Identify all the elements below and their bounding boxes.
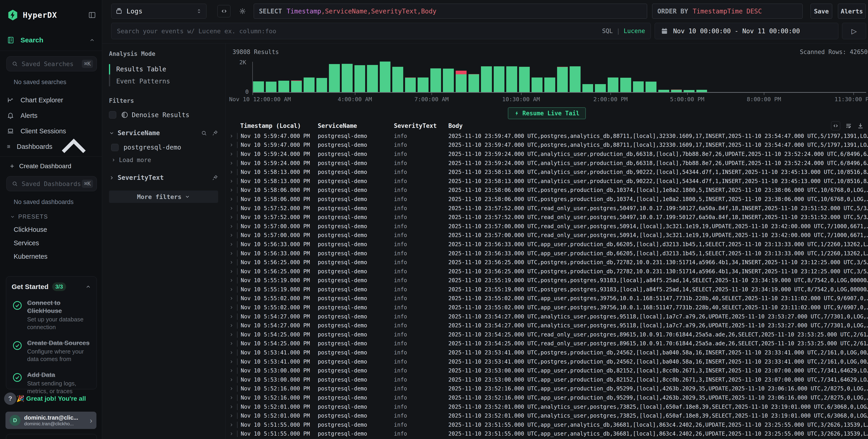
filter-group-servicename[interactable]: ServiceName	[109, 129, 218, 137]
alerts-button[interactable]: Alerts	[838, 4, 866, 19]
histogram-bar[interactable]	[557, 67, 568, 92]
histogram-bar[interactable]	[532, 77, 542, 92]
table-row[interactable]: Nov 10 5:52:01.000 PMpostgresql-demoinfo…	[226, 402, 868, 411]
table-row[interactable]: Nov 10 5:56:25.000 PMpostgresql-demoinfo…	[226, 267, 868, 276]
row-expand-chevron[interactable]	[226, 323, 237, 327]
histogram-bar[interactable]	[582, 84, 593, 92]
date-range-picker[interactable]: Nov 10 00:00:00 - Nov 11 00:00:00	[655, 23, 838, 39]
row-expand-chevron[interactable]	[226, 423, 237, 427]
resume-live-tail-button[interactable]: Resume Live Tail	[508, 107, 586, 119]
saved-dashboards-input[interactable]: Saved Dashboards ⌘K	[6, 176, 97, 191]
row-expand-chevron[interactable]	[226, 278, 237, 282]
histogram-bar[interactable]	[253, 82, 264, 92]
table-row[interactable]: Nov 10 5:57:00.000 PMpostgresql-demoinfo…	[226, 222, 868, 231]
table-row[interactable]: Nov 10 5:55:19.000 PMpostgresql-demoinfo…	[226, 276, 868, 285]
table-row[interactable]: Nov 10 5:55:19.000 PMpostgresql-demoinfo…	[226, 285, 868, 294]
table-row[interactable]: Nov 10 5:58:06.000 PMpostgresql-demoinfo…	[226, 195, 868, 204]
histogram-bar[interactable]	[392, 67, 403, 92]
mode-results-table[interactable]: Results Table	[110, 63, 218, 75]
histogram-bar[interactable]	[468, 74, 479, 92]
table-row[interactable]: Nov 10 5:58:06.000 PMpostgresql-demoinfo…	[226, 186, 868, 195]
table-row[interactable]: Nov 10 5:53:41.000 PMpostgresql-demoinfo…	[226, 348, 868, 357]
table-row[interactable]: Nov 10 5:59:24.000 PMpostgresql-demoinfo…	[226, 150, 868, 159]
pin-icon[interactable]	[212, 175, 218, 181]
table-row[interactable]: Nov 10 5:59:47.000 PMpostgresql-demoinfo…	[226, 131, 868, 140]
histogram-bar[interactable]	[671, 90, 682, 92]
row-expand-chevron[interactable]	[226, 260, 237, 264]
histogram-bar[interactable]	[544, 77, 555, 92]
row-expand-chevron[interactable]	[226, 197, 237, 201]
histogram-bar[interactable]	[481, 66, 492, 92]
table-row[interactable]: Nov 10 5:59:47.000 PMpostgresql-demoinfo…	[226, 140, 868, 150]
table-row[interactable]: Nov 10 5:52:16.000 PMpostgresql-demoinfo…	[226, 393, 868, 402]
save-button[interactable]: Save	[811, 4, 832, 19]
table-row[interactable]: Nov 10 5:55:02.000 PMpostgresql-demoinfo…	[226, 303, 868, 312]
column-header-severitytext[interactable]: SeverityText	[391, 122, 445, 129]
row-expand-chevron[interactable]	[226, 161, 237, 165]
help-button[interactable]: ?	[4, 393, 17, 405]
saved-searches-input[interactable]: Saved Searches ⌘K	[6, 56, 97, 71]
denoise-results-toggle[interactable]: Denoise Results	[109, 111, 218, 119]
row-expand-chevron[interactable]	[226, 215, 237, 219]
histogram-bar[interactable]	[646, 82, 656, 92]
table-row[interactable]: Nov 10 5:54:25.000 PMpostgresql-demoinfo…	[226, 330, 868, 339]
user-profile-button[interactable]: D dominic.tran@clic... dominic.tran@clic…	[5, 412, 96, 429]
get-started-header[interactable]: Get Started 3/3	[11, 282, 91, 291]
sidebar-collapse-button[interactable]	[88, 11, 96, 19]
presets-toggle[interactable]: PRESETS	[10, 213, 102, 220]
histogram-bar[interactable]	[266, 82, 277, 92]
histogram-bar[interactable]	[595, 84, 606, 92]
row-expand-chevron[interactable]	[226, 351, 237, 355]
table-row[interactable]: Nov 10 5:55:02.000 PMpostgresql-demoinfo…	[226, 294, 868, 303]
histogram-bar[interactable]	[291, 81, 302, 92]
sql-editor-button[interactable]	[217, 5, 230, 17]
sidebar-item-search[interactable]: Search	[0, 34, 102, 46]
histogram-bar[interactable]	[456, 71, 467, 92]
table-row[interactable]: Nov 10 5:56:25.000 PMpostgresql-demoinfo…	[226, 258, 868, 267]
mode-event-patterns[interactable]: Event Patterns	[110, 75, 218, 87]
histogram-bar[interactable]	[569, 66, 581, 92]
order-by-input[interactable]: ORDER BY TimestampTime DESC	[652, 4, 803, 19]
column-header-timestamp[interactable]: Timestamp (Local)	[237, 122, 315, 129]
table-row[interactable]: Nov 10 5:52:16.000 PMpostgresql-demoinfo…	[226, 384, 868, 394]
sidebar-item-dashboards[interactable]: Dashboards	[0, 141, 102, 152]
histogram-bar[interactable]	[417, 77, 429, 92]
event-search-input[interactable]: Search your events w/ Lucene ex. column:…	[111, 23, 651, 39]
row-expand-chevron[interactable]	[226, 296, 237, 301]
filter-option-checkbox[interactable]	[111, 144, 119, 151]
histogram-bar[interactable]	[405, 77, 416, 92]
more-filters-button[interactable]: More filters	[109, 191, 218, 203]
histogram-bar[interactable]	[380, 62, 391, 92]
histogram-bar[interactable]	[354, 65, 365, 92]
sidebar-item-alerts[interactable]: Alerts	[0, 110, 102, 121]
row-expand-chevron[interactable]	[226, 378, 237, 382]
wrap-lines-icon[interactable]	[845, 122, 852, 129]
table-row[interactable]: Nov 10 5:51:55.000 PMpostgresql-demoinfo…	[226, 420, 868, 430]
pin-icon[interactable]	[212, 130, 218, 136]
query-settings-button[interactable]	[236, 5, 249, 18]
row-expand-chevron[interactable]	[226, 242, 237, 246]
lang-toggle-lucene[interactable]: Lucene	[624, 28, 645, 34]
get-started-item[interactable]: Add DataStart sending logs, metrics, or …	[11, 371, 91, 395]
table-row[interactable]: Nov 10 5:57:52.000 PMpostgresql-demoinfo…	[226, 204, 868, 213]
table-row[interactable]: Nov 10 5:54:27.000 PMpostgresql-demoinfo…	[226, 321, 868, 330]
sidebar-item-chart-explorer[interactable]: Chart Explorer	[0, 95, 102, 105]
row-expand-chevron[interactable]	[226, 270, 237, 274]
table-row[interactable]: Nov 10 5:54:25.000 PMpostgresql-demoinfo…	[226, 339, 868, 348]
table-code-button[interactable]	[831, 121, 840, 130]
table-row[interactable]: Nov 10 5:56:33.000 PMpostgresql-demoinfo…	[226, 240, 868, 249]
table-row[interactable]: Nov 10 5:56:33.000 PMpostgresql-demoinfo…	[226, 249, 868, 258]
histogram-bar[interactable]	[608, 77, 619, 92]
table-row[interactable]: Nov 10 5:57:00.000 PMpostgresql-demoinfo…	[226, 231, 868, 240]
source-select[interactable]: Logs	[111, 4, 207, 19]
run-query-button[interactable]: ▷	[842, 23, 866, 39]
histogram-bar[interactable]	[316, 78, 327, 92]
row-expand-chevron[interactable]	[226, 134, 237, 138]
table-row[interactable]: Nov 10 5:54:27.000 PMpostgresql-demoinfo…	[226, 312, 868, 321]
get-started-item[interactable]: Connect to ClickHouseSet up your databas…	[11, 299, 91, 331]
histogram-bar[interactable]	[342, 64, 352, 92]
row-expand-chevron[interactable]	[226, 405, 237, 409]
row-expand-chevron[interactable]	[226, 188, 237, 192]
histogram-bar[interactable]	[304, 77, 315, 92]
preset-item[interactable]: ClickHouse	[14, 226, 102, 233]
